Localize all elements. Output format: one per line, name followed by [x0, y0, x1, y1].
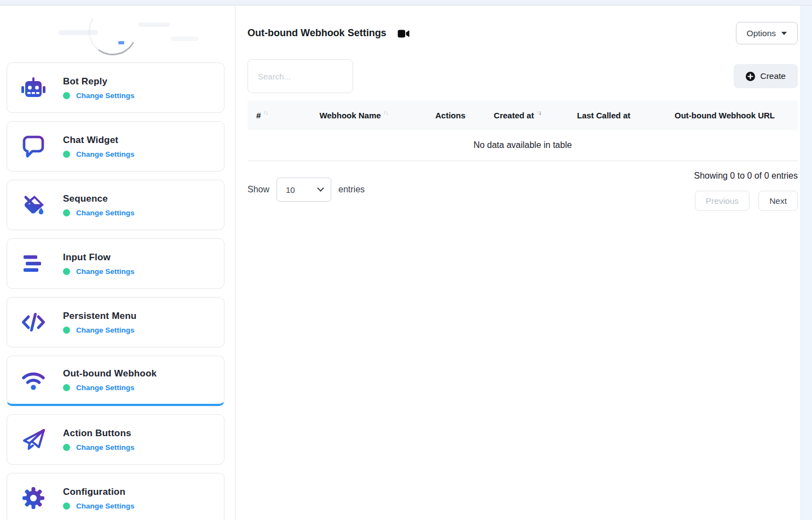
status-dot	[63, 151, 70, 158]
change-settings-link[interactable]: Change Settings	[76, 443, 135, 452]
webhooks-table: #↑↓ Webhook Name↑↓ Actions Created at↑↓	[247, 100, 798, 161]
wifi-icon	[20, 367, 47, 393]
status-dot	[63, 444, 70, 451]
gear-icon	[20, 485, 47, 511]
sidebar-item-chat-widget[interactable]: Chat Widget Change Settings	[7, 121, 224, 172]
change-settings-link[interactable]: Change Settings	[76, 92, 135, 100]
sidebar-item-title: Chat Widget	[63, 135, 135, 146]
create-button[interactable]: Create	[734, 64, 798, 88]
sidebar-item-input-flow[interactable]: Input Flow Change Settings	[7, 238, 224, 289]
sidebar-item-configuration[interactable]: Configuration Change Settings	[7, 473, 224, 520]
sidebar-item-outbound-webhook[interactable]: Out-bound Webhook Change Settings	[7, 356, 224, 406]
sidebar-item-title: Bot Reply	[63, 76, 135, 87]
code-icon	[20, 309, 47, 335]
main-panel: Out-bound Webhook Settings Options	[235, 6, 812, 520]
column-header-webhook-name[interactable]: Webhook Name↑↓	[286, 100, 422, 130]
sidebar-item-title: Persistent Menu	[63, 311, 136, 322]
change-settings-link[interactable]: Change Settings	[76, 150, 135, 158]
paper-plane-icon	[20, 426, 47, 453]
settings-sidebar: Bot Reply Change Settings Chat Widget Ch…	[0, 6, 235, 520]
app-window: Bot Reply Change Settings Chat Widget Ch…	[0, 0, 812, 520]
sidebar-item-sequence[interactable]: Sequence Change Settings	[7, 180, 224, 230]
chevron-down-icon	[781, 32, 787, 35]
video-camera-icon[interactable]	[398, 29, 410, 38]
sidebar-item-bot-reply[interactable]: Bot Reply Change Settings	[7, 62, 224, 113]
sort-icon: ↑↓	[263, 109, 268, 116]
sidebar-item-title: Out-bound Webhook	[63, 368, 157, 379]
entries-label: entries	[338, 185, 365, 195]
sort-icon: ↑↓	[383, 109, 388, 116]
change-settings-link[interactable]: Change Settings	[76, 209, 135, 217]
search-input[interactable]	[247, 59, 353, 93]
sidebar-item-action-buttons[interactable]: Action Buttons Change Settings	[7, 414, 224, 465]
column-header-actions: Actions	[422, 100, 479, 130]
sidebar-item-persistent-menu[interactable]: Persistent Menu Change Settings	[7, 297, 224, 347]
scrollbar-track[interactable]	[801, 5, 812, 520]
options-button[interactable]: Options	[736, 22, 798, 44]
previous-button[interactable]: Previous	[695, 191, 750, 211]
sidebar-item-title: Sequence	[63, 193, 135, 204]
empty-message: No data available in table	[247, 130, 798, 161]
entries-summary: Showing 0 to 0 of 0 entries	[694, 171, 798, 181]
page-title: Out-bound Webhook Settings	[247, 27, 410, 39]
change-settings-link[interactable]: Change Settings	[76, 267, 135, 276]
paint-bucket-icon	[20, 192, 47, 218]
column-header-last-called-at: Last Called at	[556, 100, 652, 130]
top-strip	[0, 0, 812, 5]
column-header-webhook-url: Out-bound Webhook URL	[652, 100, 798, 130]
status-dot	[63, 502, 70, 510]
sidebar-item-title: Action Buttons	[63, 428, 135, 439]
status-dot	[63, 268, 70, 275]
next-button[interactable]: Next	[758, 191, 798, 211]
show-label: Show	[247, 185, 269, 195]
change-settings-link[interactable]: Change Settings	[76, 502, 135, 510]
plus-circle-icon	[746, 72, 755, 81]
sidebar-item-title: Input Flow	[63, 252, 135, 263]
page-size-control: Show 10 entries	[247, 178, 365, 202]
status-dot	[63, 327, 70, 334]
robot-icon	[20, 75, 47, 101]
table-empty-row: No data available in table	[247, 130, 798, 161]
page-size-select[interactable]: 10	[277, 178, 331, 202]
status-dot	[63, 92, 70, 99]
change-settings-link[interactable]: Change Settings	[76, 384, 135, 392]
status-dot	[63, 384, 70, 391]
column-header-index[interactable]: #↑↓	[247, 100, 286, 130]
change-settings-link[interactable]: Change Settings	[76, 326, 135, 334]
sort-icon-active: ↑↓	[536, 109, 541, 116]
chat-bubble-icon	[20, 133, 47, 159]
list-bars-icon	[20, 250, 47, 277]
column-header-created-at[interactable]: Created at↑↓	[479, 100, 556, 130]
status-dot	[63, 209, 70, 216]
brand-logo	[7, 6, 224, 62]
sidebar-item-title: Configuration	[63, 487, 135, 498]
